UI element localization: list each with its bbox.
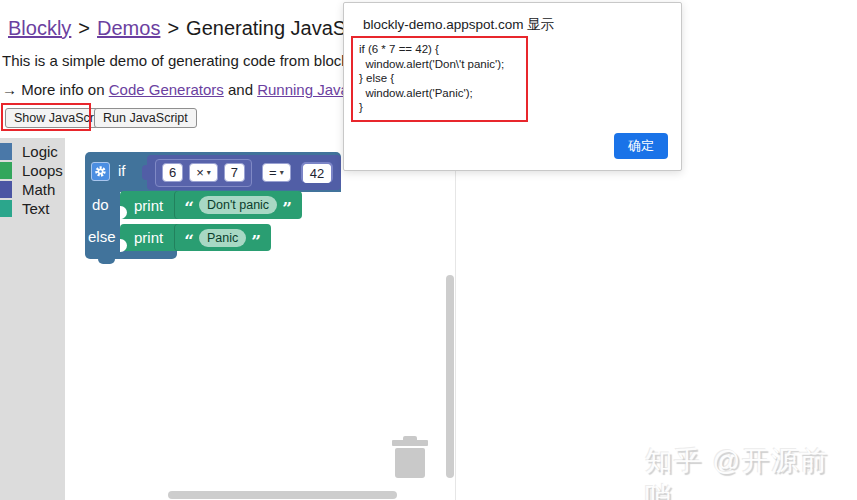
trash-icon[interactable] [392,436,428,478]
number-field-6[interactable]: 6 [162,163,183,182]
toolbox-category-label: Text [22,200,50,217]
print-block-else[interactable]: print “ Panic ” [120,224,271,251]
toolbox-category-label: Math [22,181,55,198]
code-line: window.alert('Panic'); [359,86,526,101]
trash-body [395,448,425,478]
page: Blockly>Demos>Generating JavaScript This… [0,0,857,500]
alert-dialog: blockly-demo.appspot.com 显示 if (6 * 7 ==… [343,2,682,171]
equality-block[interactable]: 6 ×▾ 7 =▾ 42 [147,155,341,190]
more-info-prefix: → More info on [2,81,109,98]
text-color-chip [0,200,12,217]
close-quote-icon: ” [251,236,261,246]
gear-icon [94,165,107,178]
do-label: do [92,196,109,213]
toolbox-category-loops[interactable]: Loops [0,161,65,180]
if-else-block[interactable]: if do else 6 ×▾ 7 =▾ 42 print “ Don't pa… [85,152,355,272]
math-color-chip [0,181,12,198]
dialog-ok-button[interactable]: 确定 [614,133,668,159]
blockly-workspace[interactable]: Logic Loops Math Text [0,138,456,500]
open-quote-icon: “ [184,236,194,246]
toolbox-category-label: Loops [22,162,63,179]
code-line: } [359,100,526,115]
breadcrumb-separator: > [167,17,179,39]
more-info-conjunction: and [224,81,257,98]
print-block-do[interactable]: print “ Don't panic ” [120,191,302,219]
breadcrumb-link-blockly[interactable]: Blockly [8,17,71,39]
loops-color-chip [0,162,12,179]
code-line: if (6 * 7 == 42) { [359,42,526,57]
code-line: } else { [359,71,526,86]
if-block-bottom-tab [98,259,115,264]
chevron-down-icon: ▾ [280,168,284,177]
code-annotation-box: if (6 * 7 == 42) { window.alert('Don\'t … [351,36,528,122]
text-field-panic[interactable]: Panic [199,229,246,247]
toolbox-category-math[interactable]: Math [0,180,65,199]
dialog-title: blockly-demo.appspot.com 显示 [363,16,554,34]
more-info-text: → More info on Code Generators and Runni… [2,81,391,98]
breadcrumb: Blockly>Demos>Generating JavaScript [8,17,384,40]
number-field-7[interactable]: 7 [224,163,245,182]
chevron-down-icon: ▾ [207,168,211,177]
code-line: window.alert('Don\'t panic'); [359,57,526,72]
text-string-block[interactable]: “ Panic ” [175,224,271,251]
print-label: print [120,197,175,214]
number-shadow-block[interactable]: 42 [301,162,333,183]
number-field-42[interactable]: 42 [303,164,331,183]
if-block-bottom [85,250,177,259]
text-string-block[interactable]: “ Don't panic ” [175,191,302,219]
toolbox-category-logic[interactable]: Logic [0,142,65,161]
toolbox-category-text[interactable]: Text [0,199,65,218]
code-generators-link[interactable]: Code Generators [109,81,224,98]
toolbox: Logic Loops Math Text [0,138,65,500]
text-field-dont-panic[interactable]: Don't panic [199,196,277,214]
watermark: 知乎 @开源前哨 [645,443,857,500]
breadcrumb-link-demos[interactable]: Demos [97,17,160,39]
multiplication-block[interactable]: 6 ×▾ 7 [155,159,252,187]
intro-text: This is a simple demo of generating code… [2,52,386,69]
open-quote-icon: “ [184,203,194,213]
trash-lid [392,440,428,446]
logic-color-chip [0,143,12,160]
else-label: else [88,228,116,245]
toolbox-category-label: Logic [22,143,58,160]
horizontal-scrollbar[interactable] [168,491,397,499]
breadcrumb-separator: > [78,17,90,39]
if-label: if [118,162,126,179]
operator-dropdown-multiply[interactable]: ×▾ [189,163,218,182]
print-label: print [120,229,175,246]
mutator-gear-icon[interactable] [91,162,110,181]
run-javascript-button[interactable]: Run JavaScript [94,108,197,128]
close-quote-icon: ” [282,203,292,213]
operator-dropdown-equals[interactable]: =▾ [262,163,291,182]
vertical-scrollbar[interactable] [446,275,454,478]
